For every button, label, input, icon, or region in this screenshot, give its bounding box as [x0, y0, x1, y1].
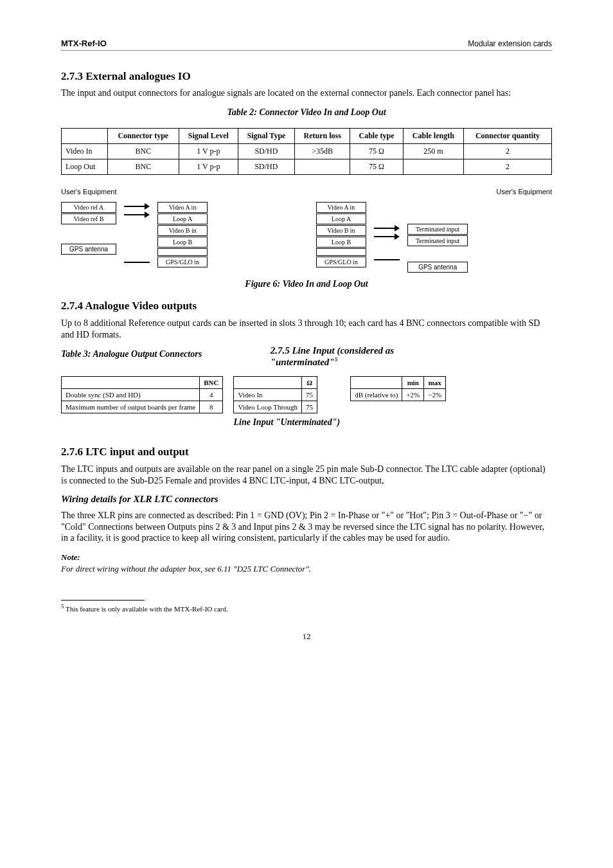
diagram-box: Video A in [157, 202, 208, 213]
th: min [402, 377, 424, 389]
td: −2% [424, 389, 446, 401]
diagram-box: Loop B [316, 237, 366, 248]
table3-caption: Table 3: Analogue Output Connectors [61, 349, 260, 359]
table-tolerance: minmax dB (relative to)+2%−2% [350, 376, 446, 401]
diagram-box: Loop B [157, 237, 208, 248]
diagram-box: Loop A [157, 213, 208, 224]
table1-caption: Table 2: Connector Video In and Loop Out [61, 107, 552, 118]
diagram-box: GPS/GLO in [157, 257, 208, 267]
footnote-rule [61, 600, 145, 601]
diagram-box: GPS antenna [61, 244, 116, 255]
wiring-body: The three XLR pins are connected as desc… [61, 510, 552, 544]
arrow-icon [374, 233, 400, 240]
th: max [424, 377, 446, 389]
section-ltc-title: 2.7.6 LTC input and output [61, 446, 552, 458]
table-analogue-output: BNC Double sync (SD and HD)4 Maximum num… [61, 376, 223, 413]
footnote-num: 5 [61, 603, 64, 610]
td: +2% [402, 389, 424, 401]
td: 75 [302, 389, 317, 401]
th: BNC [200, 377, 223, 389]
td: 1 V p-p [179, 159, 238, 175]
td: Loop Out [62, 159, 108, 175]
td: 75 Ω [350, 159, 403, 175]
td: 2 [464, 144, 552, 159]
user-equipment-label: User's Equipment [316, 188, 552, 195]
footnote-text: This feature is only available with the … [66, 604, 228, 612]
connector-line [124, 262, 150, 263]
diagram-box: GPS/GLO in [316, 257, 366, 267]
diagram-box: Video ref B [61, 213, 116, 224]
td: 250 m [403, 144, 463, 159]
arrow-icon [124, 212, 150, 218]
arrow-icon [124, 203, 150, 210]
td: Video Loop Through [234, 401, 302, 413]
th: Connector quantity [464, 129, 552, 144]
page-header: MTX-Ref-IO Modular extension cards [61, 39, 552, 51]
td: dB (relative to) [351, 389, 402, 401]
diagram-box: GPS antenna [407, 262, 468, 273]
th: Return loss [295, 129, 350, 144]
header-left: MTX-Ref-IO [61, 39, 107, 48]
table-row: Loop Out BNC 1 V p-p SD/HD 75 Ω 2 [62, 159, 552, 175]
th: Signal Type [238, 129, 294, 144]
table-row: Video In BNC 1 V p-p SD/HD >35dB 75 Ω 25… [62, 144, 552, 159]
section-analogue-out-title: 2.7.4 Analogue Video outputs [61, 300, 552, 312]
three-spec-tables: BNC Double sync (SD and HD)4 Maximum num… [61, 376, 552, 438]
page-number: 12 [61, 631, 552, 642]
table-header-row: Connector type Signal Level Signal Type … [62, 129, 552, 144]
th: Cable length [403, 129, 463, 144]
wiring-subhead: Wiring details for XLR LTC connectors [61, 494, 552, 505]
th [62, 377, 200, 389]
arrow-icon [374, 225, 400, 231]
diagram-box: Video B in [157, 225, 208, 236]
th [62, 129, 108, 144]
td [295, 159, 350, 175]
section-line-input-title: 2.7.5 Line Input (considered as "untermi… [271, 345, 395, 367]
td [403, 159, 463, 175]
td: Video In [234, 389, 302, 401]
th: Ω [302, 377, 317, 389]
diagram-box: Loop A [316, 213, 366, 224]
th: Connector type [107, 129, 179, 144]
diagram-box: Video A in [316, 202, 366, 213]
table-video-in-loop-out: Connector type Signal Level Signal Type … [61, 128, 552, 175]
diagram-box: Video ref A [61, 202, 116, 213]
td: SD/HD [238, 159, 294, 175]
diagram-video-in-loop-out: User's Equipment Video ref A Video ref B… [61, 188, 552, 273]
th: Cable type [350, 129, 403, 144]
section-ext-io-title: 2.7.3 External analogues IO [61, 70, 552, 83]
ext-io-lead: The input and output connectors for anal… [61, 88, 552, 98]
td: 1 V p-p [179, 144, 238, 159]
diagram-box: Video B in [316, 225, 366, 236]
td: 4 [200, 389, 223, 401]
diagram-box [157, 248, 208, 256]
ltc-body: The LTC inputs and outputs are available… [61, 464, 552, 486]
analogue-out-lead: Up to 8 additional Reference output card… [61, 318, 552, 340]
footnote-ref: 5 [335, 356, 338, 363]
th [351, 377, 402, 389]
note-head: Note: [61, 552, 552, 563]
td: 2 [464, 159, 552, 175]
td: Double sync (SD and HD) [62, 389, 200, 401]
td: Video In [62, 144, 108, 159]
note-body: For direct wiring without the adapter bo… [61, 564, 552, 574]
user-equipment-label: User's Equipment [61, 188, 297, 195]
th: Signal Level [179, 129, 238, 144]
line-input-subcaption: Line Input "Unterminated") [233, 417, 340, 428]
connector-line [374, 259, 400, 260]
td: Maximum number of output boards per fram… [62, 401, 200, 413]
td: 8 [200, 401, 223, 413]
figure-caption: Figure 6: Video In and Loop Out [61, 279, 552, 289]
td: BNC [107, 159, 179, 175]
td: SD/HD [238, 144, 294, 159]
footnote: 5 This feature is only available with th… [61, 603, 552, 613]
diagram-box: Terminated input [407, 235, 468, 246]
td: 75 [302, 401, 317, 413]
td: BNC [107, 144, 179, 159]
table-impedance: Ω Video In75 Video Loop Through75 [233, 376, 317, 413]
td: >35dB [295, 144, 350, 159]
td: 75 Ω [350, 144, 403, 159]
th [234, 377, 302, 389]
diagram-box: Terminated input [407, 224, 468, 235]
diagram-box [316, 248, 366, 256]
